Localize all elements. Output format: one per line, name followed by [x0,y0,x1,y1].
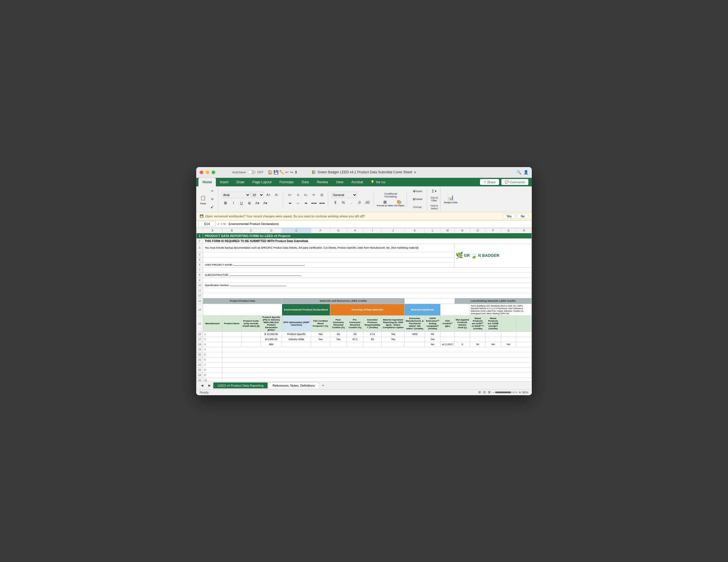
sheet-tab-leed-v4[interactable]: LEED v4 Product Data Reporting [213,382,268,388]
extended-producer-col-header[interactable]: Extended Producer Responsibility ? (Yes/… [363,315,381,331]
tab-page-layout[interactable]: Page Layout [248,178,275,186]
increase-font-button[interactable]: A+ [265,191,272,199]
zoom-in-button[interactable]: + [519,390,521,394]
post-consumer-col-header[interactable]: Post-Consumer Recycled Content (%) [330,315,347,331]
analyze-data-button[interactable]: 📊 Analyze Data [444,194,458,204]
cell-reference-input[interactable] [198,221,216,227]
tab-acrobat[interactable]: Acrobat [347,178,367,186]
col-L[interactable]: L [425,228,440,233]
indent-increase-button[interactable]: ➡➡ [318,200,326,207]
col-A[interactable]: A [203,228,222,233]
wood-products-ulef-col-header[interactable]: Wood Products are ULEF¹² or NAUF¹²? (Yes… [470,315,485,331]
cut-button[interactable]: ✂ [208,188,216,195]
yes-button[interactable]: Yes [503,214,515,219]
format-as-table-button[interactable]: ⊞ Format as Table [377,200,393,207]
add-sheet-button[interactable]: + [320,382,326,388]
share-button[interactable]: ↗ Share [480,179,499,185]
col-N[interactable]: N [455,228,470,233]
sheet-tab-references[interactable]: References, Notes, Definitions [268,382,319,388]
number-format-selector[interactable]: General [332,192,357,198]
autosave-toggle[interactable] [248,170,256,174]
product-costs-col-header[interactable]: Product Costs (only exclude install labo… [241,315,261,331]
close-button[interactable] [200,171,203,174]
col-R[interactable]: R [516,228,531,233]
tab-insert[interactable]: Insert [216,178,232,186]
manufacturer-col-header[interactable]: Manufacturer [203,315,222,331]
decrease-font-button[interactable]: A- [273,191,280,199]
fill-color-button[interactable]: A▾ [254,200,261,207]
material-ingredient-col-header[interactable]: Material Ingredient Reporting (to 1000 p… [382,315,405,331]
zoom-out-button[interactable]: - [493,390,494,394]
tab-draw[interactable]: Draw [232,178,248,186]
col-B[interactable]: B [222,228,241,233]
col-D[interactable]: D [261,228,282,233]
currency-button[interactable]: $ [332,199,339,206]
normal-view-icon[interactable]: ⊞ [478,390,481,394]
voc-content-col-header[interactable]: VOC Content¹¹ (g/L) [440,315,455,331]
align-center-button[interactable]: ↔ [294,200,302,207]
tab-home[interactable]: Home [198,178,216,186]
font-size-selector[interactable]: 10 [251,192,264,198]
title-cell[interactable]: PRODUCT DATA REPORTING FORM for LEED v4 … [203,233,531,239]
subcontractor-value[interactable] [229,276,301,276]
decimal-decrease-button[interactable]: .00 [363,199,371,206]
col-H[interactable]: H [347,228,363,233]
align-right-button[interactable]: ➡ [302,200,310,207]
tell-me-input[interactable]: Tell me [376,181,386,184]
product-specific-col-header[interactable]: Product Specific (PS) or Industry Wide (… [261,315,282,331]
col-J[interactable]: J [382,228,405,233]
comments-button[interactable]: 💬 Comments [501,179,528,185]
percent-button[interactable]: % [340,199,347,206]
col-I[interactable]: I [363,228,381,233]
cdph-col-header[interactable]: CDPH Emissions¹⁰ testing compliant? (Yes… [425,315,440,331]
sum-button[interactable]: Σ ▾ [431,188,438,195]
sort-filter-button[interactable]: Sort & Filter [431,196,438,203]
no-button[interactable]: No [517,214,528,219]
col-Q[interactable]: Q [501,228,516,233]
tab-review[interactable]: Review [313,178,332,186]
wet-applied-col-header[interactable]: Wet-Applied Products Volume Used (L) [455,315,470,331]
merge-button[interactable]: ⊟ [318,191,326,199]
user-icon[interactable]: 👤 [524,170,528,175]
align-left-button[interactable]: ⬅ [286,200,294,207]
indent-decrease-button[interactable]: ⬅⬅ [310,200,318,207]
tab-formulas[interactable]: Formulas [276,178,298,186]
wrap-text-button[interactable]: ↵ [310,191,318,199]
extracted-col-header[interactable]: Extracted, Manufactured, & Purchased wit… [405,315,425,331]
pre-consumer-col-header[interactable]: Pre-Consumer Recycled Content (%) [347,315,363,331]
col-O[interactable]: O [470,228,485,233]
scroll-left-sheet[interactable]: ◀ [198,381,206,389]
col-F[interactable]: F [311,228,330,233]
scroll-right-sheet[interactable]: ▶ [206,381,213,389]
align-right-bottom-button[interactable]: ≡↓ [302,191,310,199]
col-K[interactable]: K [405,228,425,233]
search-icon[interactable]: 🔍 [516,170,521,175]
find-select-button[interactable]: Find & Select [431,204,438,211]
col-M[interactable]: M [440,228,455,233]
fsc-col-header[interactable]: FSC Certified Wood Products? (%) [311,315,330,331]
zoom-slider[interactable] [495,391,518,393]
formula-input[interactable] [227,222,530,226]
underline-button[interactable]: U [238,200,245,207]
align-left-top-button[interactable]: ≡↑ [286,191,294,199]
bold-button[interactable]: B [222,200,229,207]
cell-styles-button[interactable]: 🎨 Cell Styles [394,200,404,207]
page-break-icon[interactable]: ⊠ [488,390,491,394]
tab-data[interactable]: Data [298,178,313,186]
col-G[interactable]: G [330,228,347,233]
product-name-col-header[interactable]: Product Name [222,315,241,331]
spec-section-value[interactable] [230,286,287,286]
col-C[interactable]: C [241,228,261,233]
env-product-decl-header[interactable]: Environmental Product Declarations [282,304,330,315]
format-painter-button[interactable]: 🖌 [208,204,216,211]
font-selector[interactable]: Arial [222,192,250,198]
decimal-increase-button[interactable]: .0 [355,199,363,206]
tab-view[interactable]: View [332,178,348,186]
italic-button[interactable]: I [230,200,237,207]
comma-button[interactable]: , [348,199,355,206]
paste-button[interactable]: 📋 [198,193,208,202]
border-button[interactable]: ⊞ [246,200,253,207]
insert-button[interactable]: ➕ Insert [410,188,425,195]
font-color-button[interactable]: A▾ [262,200,269,207]
conditional-formatting-button[interactable]: Conditional Formatting [384,191,398,199]
